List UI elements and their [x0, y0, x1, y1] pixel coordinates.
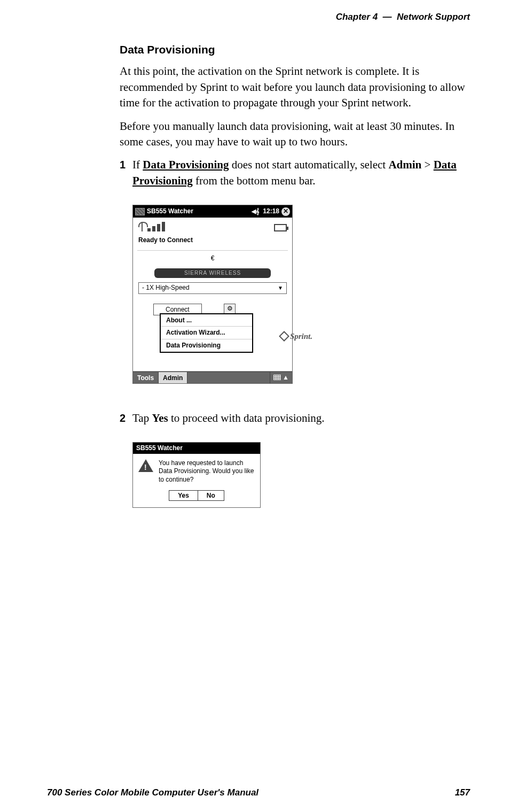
- bold-data-provisioning: Data Provisioning: [143, 158, 229, 171]
- lower-area: Connect ⚙ About ... Activation Wizard...…: [133, 301, 292, 371]
- antenna-icon: [138, 222, 146, 231]
- chapter-label: Chapter: [336, 12, 370, 22]
- paragraph-2: Before you manually launch data provisio…: [120, 119, 472, 150]
- chapter-number: 4: [373, 12, 378, 22]
- dropdown-value: - 1X High-Speed: [142, 283, 190, 292]
- step-2-text: Tap Yes to proceed with data provisionin…: [132, 411, 472, 426]
- menu-admin[interactable]: Admin: [159, 372, 187, 383]
- screenshot-dialog: SB555 Watcher You have requested to laun…: [132, 442, 261, 508]
- window-title: SB555 Watcher: [147, 207, 250, 216]
- step-number: 2: [120, 411, 132, 426]
- step-number: 1: [120, 157, 132, 189]
- step-1: 1 If Data Provisioning does not start au…: [120, 157, 472, 189]
- section-heading: Data Provisioning: [120, 42, 472, 57]
- running-header: Chapter 4 — Network Support: [336, 11, 470, 24]
- chevron-down-icon: ▼: [278, 284, 283, 292]
- bottom-menu-bar: Tools Admin ▲: [133, 372, 292, 383]
- footer-page-number: 157: [455, 786, 470, 799]
- no-button[interactable]: No: [198, 490, 224, 501]
- speed-dropdown[interactable]: - 1X High-Speed ▼: [138, 282, 287, 294]
- euro-icon: €: [133, 251, 292, 266]
- menu-tools[interactable]: Tools: [133, 372, 159, 383]
- status-text: Ready to Connect: [133, 234, 292, 250]
- step-1-text: If Data Provisioning does not start auto…: [132, 157, 472, 189]
- bold-yes: Yes: [152, 412, 168, 424]
- start-icon[interactable]: [135, 208, 145, 215]
- battery-icon: [274, 224, 287, 231]
- menu-item-activation-wizard[interactable]: Activation Wizard...: [161, 327, 252, 339]
- close-icon[interactable]: ✕: [281, 207, 290, 216]
- brand-bar: SIERRA WIRELESS: [154, 268, 271, 278]
- settings-icon[interactable]: ⚙: [224, 304, 236, 314]
- signal-bar-1: [147, 228, 151, 231]
- clock[interactable]: 12:18: [263, 207, 279, 216]
- chapter-title: Network Support: [397, 12, 470, 22]
- menu-item-about[interactable]: About ...: [161, 314, 252, 327]
- paragraph-1: At this point, the activation on the Spr…: [120, 64, 472, 111]
- step-2: 2 Tap Yes to proceed with data provision…: [120, 411, 472, 426]
- yes-button[interactable]: Yes: [169, 490, 198, 501]
- sprint-logo: Sprint.: [280, 331, 312, 342]
- menu-item-data-provisioning[interactable]: Data Provisioning: [161, 339, 252, 352]
- keyboard-icon[interactable]: ▲: [270, 372, 292, 383]
- signal-bar-4: [162, 222, 165, 231]
- header-sep: —: [383, 12, 392, 22]
- bold-admin: Admin: [388, 158, 421, 171]
- footer-manual-title: 700 Series Color Mobile Computer User's …: [47, 786, 258, 799]
- signal-bar-3: [157, 224, 160, 231]
- sprint-diamond-icon: [279, 331, 289, 342]
- volume-icon[interactable]: ◀𝄞: [252, 207, 260, 215]
- warning-icon: [138, 459, 153, 472]
- screenshot-watcher: SB555 Watcher ◀𝄞 12:18 ✕ Ready to Connec…: [132, 205, 293, 383]
- dialog-title: SB555 Watcher: [133, 443, 260, 454]
- signal-bar-2: [152, 226, 155, 231]
- dialog-message: You have requested to launch Data Provis…: [159, 459, 255, 484]
- title-bar: SB555 Watcher ◀𝄞 12:18 ✕: [133, 205, 292, 218]
- admin-popup-menu: About ... Activation Wizard... Data Prov…: [160, 313, 253, 353]
- signal-row: [133, 218, 292, 234]
